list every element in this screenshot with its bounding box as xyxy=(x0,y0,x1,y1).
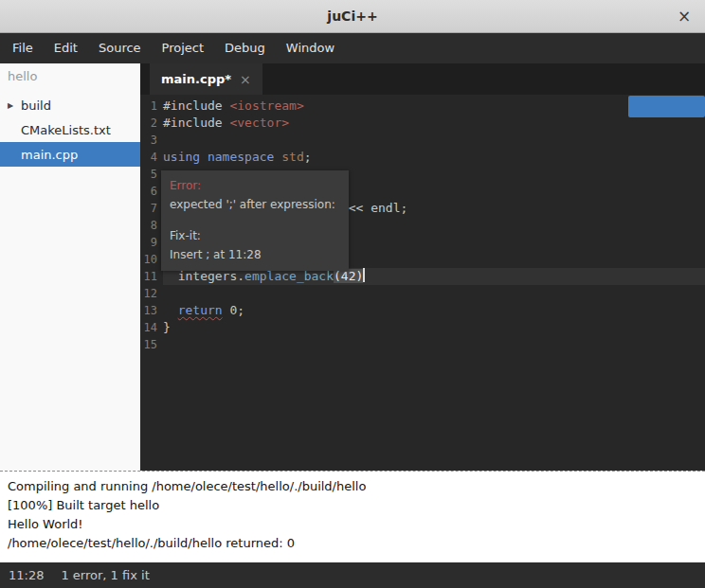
statusbar: 11:28 1 error, 1 fix it xyxy=(0,562,705,588)
code-token: emplace_back xyxy=(244,269,334,283)
output-terminal[interactable]: Compiling and running /home/olece/test/h… xyxy=(0,471,705,562)
tree-item-build[interactable]: ▶build xyxy=(0,93,140,117)
code-line-text xyxy=(163,285,705,302)
line-number: 3 xyxy=(140,132,163,149)
line-number: 7 xyxy=(140,200,163,217)
menubar: FileEditSourceProjectDebugWindow xyxy=(0,33,705,63)
line-number: 1 xyxy=(140,98,163,115)
tooltip-error-text: expected ';' after expression: xyxy=(170,196,340,214)
code-line-text: #include <iostream> xyxy=(163,98,705,115)
code-line-text xyxy=(163,336,705,353)
tree-item-label: build xyxy=(21,98,51,113)
code-token: #include xyxy=(163,98,229,113)
tooltip-fixit-text: Insert ; at 11:28 xyxy=(170,246,340,264)
window-title: juCi++ xyxy=(327,9,377,24)
code-line-text: using namespace std; xyxy=(163,149,705,166)
code-line-4[interactable]: 4using namespace std; xyxy=(140,149,705,166)
code-token: <vector> xyxy=(229,116,289,130)
code-line-14[interactable]: 14} xyxy=(140,319,705,336)
terminal-line: Hello World! xyxy=(8,515,697,534)
code-line-text: return 0; xyxy=(163,302,705,319)
code-token: #include xyxy=(163,116,229,130)
titlebar: juCi++ × xyxy=(0,0,705,33)
code-token: std xyxy=(281,150,303,164)
line-number: 5 xyxy=(140,166,163,183)
cursor-position: 11:28 xyxy=(9,568,44,582)
tree-item-cmakelists-txt[interactable]: CMakeLists.txt xyxy=(0,117,140,142)
diagnostic-summary: 1 error, 1 fix it xyxy=(61,568,149,582)
line-number: 14 xyxy=(140,319,163,336)
tabbar: main.cpp* × xyxy=(140,63,705,95)
terminal-line: [100%] Built target hello xyxy=(8,496,697,515)
line-number: 2 xyxy=(140,115,163,132)
terminal-line: Compiling and running /home/olece/test/h… xyxy=(8,477,697,496)
main-area: hello ▶buildCMakeLists.txtmain.cpp main.… xyxy=(0,63,705,471)
tab-main-cpp[interactable]: main.cpp* × xyxy=(150,63,262,95)
line-number: 9 xyxy=(140,234,163,251)
expander-icon[interactable]: ▶ xyxy=(8,101,15,110)
menu-debug[interactable]: Debug xyxy=(214,33,276,63)
code-token: using namespace xyxy=(163,150,274,164)
tab-label: main.cpp* xyxy=(161,72,231,86)
jucipp-window: juCi++ × FileEditSourceProjectDebugWindo… xyxy=(0,0,705,588)
code-line-2[interactable]: 2#include <vector> xyxy=(140,115,705,132)
tooltip-error-label: Error: xyxy=(170,177,340,195)
menu-window[interactable]: Window xyxy=(276,33,345,63)
code-token: ; xyxy=(237,303,244,317)
project-name: hello xyxy=(0,63,140,93)
code-token: <iostream> xyxy=(229,98,303,113)
line-number: 4 xyxy=(140,149,163,166)
code-line-3[interactable]: 3 xyxy=(140,132,705,149)
code-token: << endl; xyxy=(341,201,407,215)
file-tree: ▶buildCMakeLists.txtmain.cpp xyxy=(0,93,140,167)
diagnostic-tooltip: Error: expected ';' after expression: Fi… xyxy=(161,170,349,271)
menu-file[interactable]: File xyxy=(2,33,44,63)
line-number: 6 xyxy=(140,183,163,200)
line-number: 8 xyxy=(140,217,163,234)
close-icon[interactable]: × xyxy=(675,7,694,26)
code-line-text: #include <vector> xyxy=(163,115,705,132)
tooltip-fixit-label: Fix-it: xyxy=(170,227,340,245)
code-token: (42) xyxy=(334,269,363,283)
code-line-13[interactable]: 13 return 0; xyxy=(140,302,705,319)
code-line-text: } xyxy=(163,319,705,336)
tab-close-icon[interactable]: × xyxy=(240,72,251,87)
terminal-line: /home/olece/test/hello/./build/hello ret… xyxy=(8,534,697,553)
editor-column: main.cpp* × 1#include <iostream>2#includ… xyxy=(140,63,705,471)
code-token: ; xyxy=(304,150,312,164)
code-line-text xyxy=(163,132,705,149)
menu-edit[interactable]: Edit xyxy=(44,33,88,63)
tree-item-main-cpp[interactable]: main.cpp xyxy=(0,142,140,167)
code-line-12[interactable]: 12 xyxy=(140,285,705,302)
code-line-15[interactable]: 15 xyxy=(140,336,705,353)
line-number: 11 xyxy=(140,268,163,285)
tree-item-label: main.cpp xyxy=(21,148,78,162)
code-token: integers. xyxy=(163,269,244,283)
line-number: 12 xyxy=(140,285,163,302)
code-token: return xyxy=(178,303,223,317)
code-token xyxy=(163,303,178,317)
code-line-1[interactable]: 1#include <iostream> xyxy=(140,98,705,115)
tree-item-label: CMakeLists.txt xyxy=(21,123,111,137)
code-token: } xyxy=(163,320,171,334)
menu-source[interactable]: Source xyxy=(88,33,152,63)
menu-project[interactable]: Project xyxy=(152,33,214,63)
code-editor[interactable]: 1#include <iostream>2#include <vector>34… xyxy=(140,95,705,471)
file-tree-sidebar: hello ▶buildCMakeLists.txtmain.cpp xyxy=(0,63,140,471)
scrollbar-thumb[interactable] xyxy=(628,96,705,117)
line-number: 15 xyxy=(140,336,163,353)
text-cursor xyxy=(363,268,365,282)
line-number: 13 xyxy=(140,302,163,319)
line-number: 10 xyxy=(140,251,163,268)
